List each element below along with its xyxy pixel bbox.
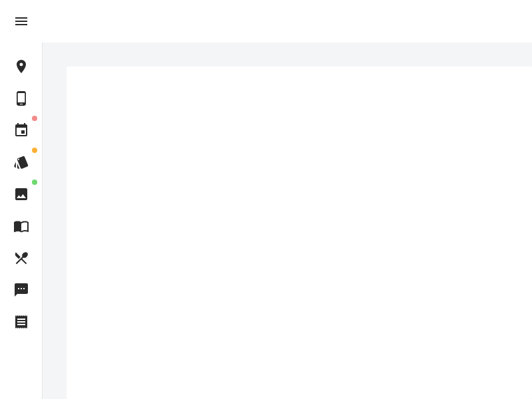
sidebar-item-book[interactable] [8,213,35,239]
badge-green [32,180,37,185]
sidebar-item-restaurant[interactable] [8,245,35,271]
sidebar-item-location[interactable] [8,53,35,80]
menu-button[interactable] [8,8,35,35]
sidebar-item-style[interactable] [8,149,35,176]
image-icon [13,186,29,202]
style-icon [13,154,29,170]
sidebar-item-phone[interactable] [8,85,35,112]
badge-red [32,116,37,121]
header [0,0,532,43]
event-icon [13,122,29,138]
main-content [43,43,532,399]
receipt-icon [13,314,29,330]
content-area [0,43,532,399]
location-icon [13,59,29,74]
content-card [66,66,532,399]
sidebar-item-receipt[interactable] [8,309,35,335]
sidebar-item-sms[interactable] [8,277,35,303]
sms-icon [13,282,29,298]
book-icon [13,218,29,234]
menu-icon [13,13,29,29]
badge-orange [32,148,37,153]
sidebar [0,43,43,399]
sidebar-item-event[interactable] [8,117,35,144]
sidebar-item-image[interactable] [8,181,35,207]
restaurant-icon [13,250,29,266]
phone-icon [13,90,29,106]
